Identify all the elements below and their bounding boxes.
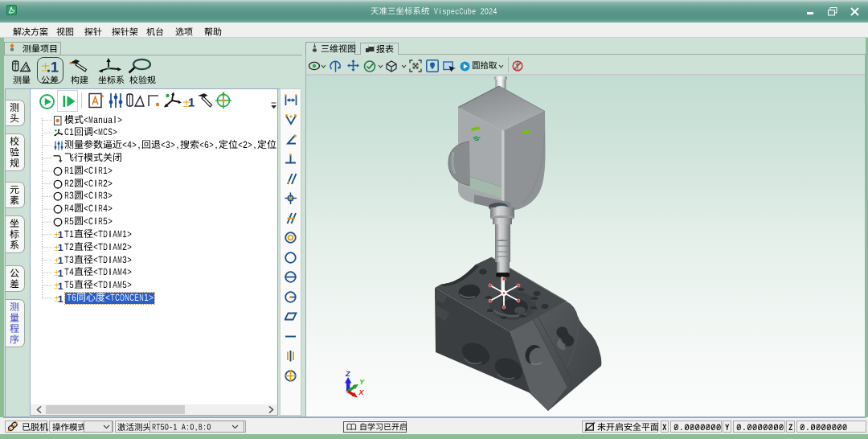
svg-text:X: X — [358, 388, 365, 396]
svg-text:Z: Z — [345, 370, 350, 378]
svg-text:Y: Y — [359, 378, 365, 386]
